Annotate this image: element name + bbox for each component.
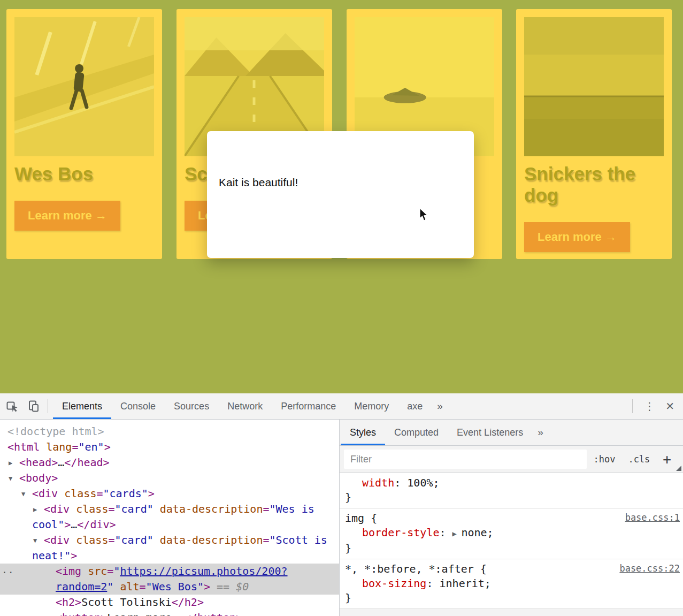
styles-subtabs: Styles Computed Event Listeners »	[340, 420, 683, 446]
css-line[interactable]: }	[340, 541, 683, 556]
tab-performance[interactable]: Performance	[272, 393, 345, 419]
dom-tree-node[interactable]: <!doctype html>	[0, 424, 339, 439]
css-line[interactable]: *, *:before, *:after {	[340, 562, 683, 576]
dialog: Kait is beautiful!	[207, 131, 474, 258]
learn-more-button[interactable]: Learn more →	[524, 222, 630, 252]
tab-computed[interactable]: Computed	[385, 420, 448, 445]
styles-filter-input[interactable]	[344, 450, 587, 469]
kebab-menu-icon[interactable]: ⋮	[638, 400, 661, 413]
inherited-from-bar: Inherited from body	[340, 609, 683, 616]
inspect-element-icon[interactable]	[3, 397, 21, 416]
more-tabs-icon[interactable]: »	[432, 400, 448, 412]
css-rule: width: 100%;}	[340, 473, 683, 508]
css-line[interactable]: border-style: ▶ none;	[340, 526, 683, 541]
tab-axe[interactable]: axe	[398, 393, 432, 419]
dom-tree-node[interactable]: cool">…</div>	[0, 517, 339, 533]
gutter-ellipsis-icon[interactable]: ..	[2, 562, 14, 577]
card-title: Snickers the dog	[524, 163, 664, 206]
disclosure-triangle-icon[interactable]: ▼	[33, 533, 37, 549]
device-toolbar-icon[interactable]	[25, 397, 43, 416]
devtools-panel: Elements Console Sources Network Perform…	[0, 393, 683, 616]
close-icon[interactable]: ✕	[661, 400, 683, 413]
dom-tree-node[interactable]: ▼<div class="cards">	[0, 486, 339, 501]
dom-tree-node[interactable]: ▼<body>	[0, 470, 339, 486]
styles-filter-controls: :hov .cls +	[593, 451, 683, 467]
tab-event-listeners[interactable]: Event Listeners	[448, 420, 532, 445]
css-rule: base.css:22*, *:before, *:after {box-siz…	[340, 559, 683, 609]
disclosure-triangle-icon[interactable]: ▼	[9, 471, 12, 486]
elements-tree: <!doctype html><html lang="en">▶<head>…<…	[0, 420, 340, 616]
css-rule: base.css:1img {border-style: ▶ none;}	[340, 508, 683, 559]
new-style-rule-button[interactable]: +	[663, 451, 671, 467]
css-line[interactable]: width: 100%;	[340, 476, 683, 490]
styles-rules: width: 100%;}base.css:1img {border-style…	[340, 473, 683, 616]
disclosure-triangle-icon[interactable]: ▶	[33, 502, 37, 518]
css-line[interactable]: }	[340, 490, 683, 505]
devtools-main: <!doctype html><html lang="en">▶<head>…<…	[0, 420, 683, 616]
disclosure-triangle-icon[interactable]: ▼	[21, 486, 25, 502]
more-tabs-icon[interactable]: »	[532, 427, 549, 438]
card: Snickers the dog Learn more →	[516, 9, 672, 259]
tab-styles[interactable]: Styles	[341, 420, 385, 445]
cursor-icon	[419, 208, 429, 222]
resize-corner-icon	[676, 466, 681, 471]
css-line[interactable]: box-sizing: inherit;	[340, 576, 683, 591]
devtools-toolbar: Elements Console Sources Network Perform…	[0, 393, 683, 420]
pseudo-state-toggle[interactable]: :hov	[593, 454, 615, 465]
css-line[interactable]: img {	[340, 511, 683, 526]
toolbar-divider	[632, 399, 633, 413]
dom-tree-node[interactable]: ..<img src="https://picsum.photos/200?	[0, 564, 339, 579]
dom-tree-node[interactable]: <h2>Scott Tolinski</h2>	[0, 595, 339, 610]
toolbar-divider	[48, 399, 48, 413]
learn-more-button[interactable]: Learn more →	[14, 201, 120, 231]
tab-elements[interactable]: Elements	[53, 393, 111, 419]
dom-tree-node[interactable]: random=2" alt="Wes Bos"> == $0	[0, 579, 339, 595]
card: Wes Bos Learn more →	[6, 9, 162, 259]
dom-tree-node[interactable]: neat!">	[0, 548, 339, 564]
dom-tree-node[interactable]: ▶<div class="card" data-description="Wes…	[0, 501, 339, 517]
element-classes-toggle[interactable]: .cls	[628, 454, 650, 465]
card-image-man-crossing-street	[14, 17, 154, 156]
card-image-ocean-horizon	[524, 17, 664, 156]
dom-tree-node[interactable]: ▶<head>…</head>	[0, 455, 339, 470]
dom-tree-node[interactable]: <html lang="en">	[0, 439, 339, 455]
tab-memory[interactable]: Memory	[345, 393, 398, 419]
tab-sources[interactable]: Sources	[165, 393, 218, 419]
dom-tree-node[interactable]: <button>Learn more →</button>	[0, 610, 339, 616]
dom-tree-node[interactable]: ▼<div class="card" data-description="Sco…	[0, 533, 339, 548]
card-title: Wes Bos	[14, 163, 154, 185]
tab-console[interactable]: Console	[111, 393, 165, 419]
styles-pane: Styles Computed Event Listeners » :hov .…	[340, 420, 683, 616]
disclosure-triangle-icon[interactable]: ▶	[9, 455, 12, 471]
styles-filter-row: :hov .cls +	[340, 446, 683, 473]
tab-network[interactable]: Network	[218, 393, 272, 419]
css-line[interactable]: }	[340, 591, 683, 605]
dialog-text: Kait is beautiful!	[219, 176, 298, 189]
